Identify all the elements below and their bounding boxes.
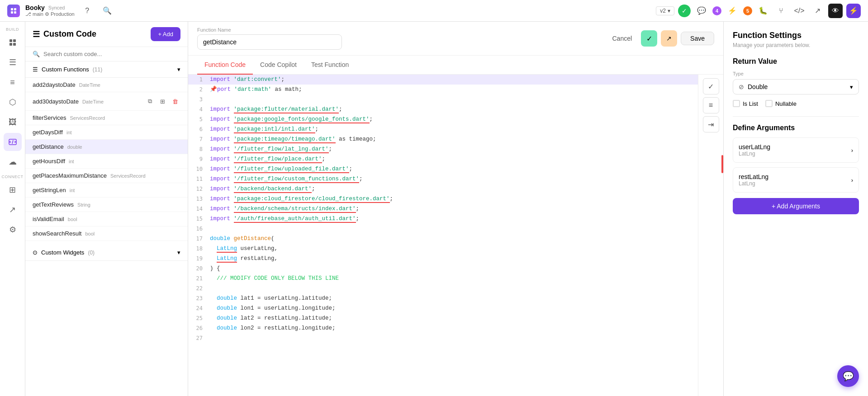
topbar-left: Booky Synced ⎇ main ⚙ Production ? 🔍 bbox=[7, 4, 114, 18]
list-item[interactable]: filterServicesServicesRecord bbox=[25, 111, 188, 125]
chevron-down-icon-widgets[interactable]: ▾ bbox=[177, 249, 180, 256]
code-line-5: 5 import 'package:google_fonts/google_fo… bbox=[188, 114, 698, 124]
list-item[interactable]: add2daystoDateDateTime bbox=[25, 78, 188, 92]
list-item[interactable]: getPlacesMaximumDistanceServicesRecord bbox=[25, 169, 188, 183]
list-item[interactable]: isValidEmailbool bbox=[25, 212, 188, 226]
nullable-checkbox[interactable]: Nullable bbox=[765, 100, 797, 107]
cancel-button[interactable]: Cancel bbox=[607, 32, 637, 45]
right-panel-subtitle: Manage your parameters below. bbox=[733, 42, 859, 48]
svg-rect-2 bbox=[11, 11, 13, 14]
code-editor[interactable]: 1 import 'dart:convert'; 2 📌port 'dart:m… bbox=[188, 75, 698, 396]
chat-icon[interactable]: 💬 bbox=[694, 4, 709, 18]
tab-function-code[interactable]: Function Code bbox=[197, 56, 253, 75]
duplicate-icon[interactable]: ⊞ bbox=[157, 96, 168, 107]
run-button[interactable]: ⚡ bbox=[846, 4, 861, 18]
code-sidebar: ✓ ≡ ⇥ bbox=[698, 75, 723, 396]
build-label: Build bbox=[6, 27, 19, 32]
svg-rect-4 bbox=[9, 39, 12, 42]
list-item[interactable]: getDaysDiffint bbox=[25, 125, 188, 140]
sidebar-icon-state[interactable]: ⬡ bbox=[4, 93, 22, 111]
functions-list: ☰ Custom Functions (11) ▾ add2daystoDate… bbox=[25, 61, 188, 396]
type-select[interactable]: ⊘ Double ▾ bbox=[733, 79, 859, 94]
nullable-checkbox-box[interactable] bbox=[765, 100, 773, 107]
sidebar-icon-api[interactable]: ☁ bbox=[4, 153, 22, 171]
argument-name-2: restLatLng bbox=[739, 173, 768, 180]
badge-count-orange: 5 bbox=[743, 6, 752, 15]
code-line-23: 23 double lat1 = userLatLng.latitude; bbox=[188, 293, 698, 303]
argument-item-1[interactable]: userLatLng LatLng › bbox=[733, 137, 859, 163]
badge-count-purple: 4 bbox=[712, 6, 721, 15]
code-area: 1 import 'dart:convert'; 2 📌port 'dart:m… bbox=[188, 75, 723, 396]
type-select-value: ⊘ Double bbox=[739, 83, 768, 90]
sidebar-icon-media[interactable]: 🖼 bbox=[4, 113, 22, 131]
is-list-checkbox-box[interactable] bbox=[733, 100, 740, 107]
list-item[interactable]: getHoursDiffint bbox=[25, 154, 188, 169]
argument-item-2[interactable]: restLatLng LatLng › bbox=[733, 167, 859, 193]
divider bbox=[733, 116, 859, 117]
add-button[interactable]: + Add bbox=[151, 27, 180, 41]
code-line-7: 7 import 'package:timeago/timeago.dart' … bbox=[188, 134, 698, 144]
sidebar-icon-settings[interactable]: ⚙ bbox=[4, 221, 22, 239]
search-icon[interactable]: 🔍 bbox=[100, 4, 114, 18]
svg-rect-3 bbox=[14, 11, 16, 14]
sidebar-icon-nav[interactable]: ≡ bbox=[4, 73, 22, 91]
sidebar-icon-connect-nav[interactable]: ↗ bbox=[4, 201, 22, 219]
code-line-14: 14 import '/backend/schema/structs/index… bbox=[188, 204, 698, 214]
check-tool-button[interactable]: ✓ bbox=[703, 78, 719, 94]
sidebar-icon-ui[interactable]: ☰ bbox=[4, 53, 22, 71]
checkmark-icon[interactable]: ✓ bbox=[678, 5, 691, 17]
chevron-down-icon[interactable]: ▾ bbox=[177, 66, 180, 73]
tab-test-function[interactable]: Test Function bbox=[304, 56, 356, 75]
svg-rect-7 bbox=[13, 43, 16, 46]
indent-tool-button[interactable]: ⇥ bbox=[703, 116, 719, 132]
lightning-icon[interactable]: ⚡ bbox=[725, 4, 740, 18]
scroll-indicator bbox=[721, 155, 723, 173]
code-line-25: 25 double lat2 = restLatLng.latitude; bbox=[188, 313, 698, 323]
external-link-button[interactable]: ↗ bbox=[661, 30, 677, 47]
section-title-functions: ☰ Custom Functions (11) bbox=[33, 66, 102, 73]
save-button[interactable]: Save bbox=[681, 32, 714, 45]
delete-icon[interactable]: 🗑 bbox=[170, 96, 180, 107]
function-name-input[interactable] bbox=[197, 34, 342, 50]
tabs: Function Code Code Copilot Test Function bbox=[188, 56, 723, 75]
help-icon[interactable]: ? bbox=[80, 4, 95, 18]
sidebar-icon-code[interactable] bbox=[4, 133, 22, 151]
code-line-17: 17 double getDistance( bbox=[188, 234, 698, 244]
bug-icon[interactable]: 🐛 bbox=[756, 4, 770, 18]
argument-type-2: LatLng bbox=[739, 180, 768, 187]
chat-bubble[interactable]: 💬 bbox=[837, 365, 859, 387]
argument-type-1: LatLng bbox=[739, 151, 770, 157]
tab-code-copilot[interactable]: Code Copilot bbox=[253, 56, 304, 75]
code-line-6: 6 import 'package:intl/intl.dart'; bbox=[188, 124, 698, 134]
version-selector[interactable]: v2 ▾ bbox=[656, 6, 674, 15]
add-arguments-button[interactable]: + Add Arguments bbox=[733, 198, 859, 214]
code-line-2: 2 📌port 'dart:math' as math; bbox=[188, 85, 698, 94]
list-item-active[interactable]: getDistancedouble bbox=[25, 140, 188, 154]
code-line-13: 13 import 'package:cloud_firestore/cloud… bbox=[188, 194, 698, 204]
list-item[interactable]: getStringLenint bbox=[25, 183, 188, 198]
branch-icon[interactable]: ⑂ bbox=[774, 4, 788, 18]
sidebar-icon-add[interactable] bbox=[4, 33, 22, 52]
list-item[interactable]: getTextReviewsString bbox=[25, 198, 188, 212]
app-info: Booky Synced ⎇ main ⚙ Production bbox=[25, 4, 75, 17]
list-item[interactable]: showSearchResultbool bbox=[25, 226, 188, 241]
code-line-4: 4 import 'package:flutter/material.dart'… bbox=[188, 104, 698, 114]
code-line-21: 21 /// MODIFY CODE ONLY BELOW THIS LINE bbox=[188, 273, 698, 283]
code-icon[interactable]: </> bbox=[792, 4, 806, 18]
search-input[interactable] bbox=[43, 51, 180, 57]
right-panel-title: Function Settings bbox=[733, 31, 859, 40]
list-item[interactable]: add30daystoDateDateTime ⧉ ⊞ 🗑 bbox=[25, 92, 188, 111]
format-tool-button[interactable]: ≡ bbox=[703, 97, 719, 113]
external-link-icon[interactable]: ↗ bbox=[810, 4, 825, 18]
is-list-checkbox[interactable]: Is List bbox=[733, 100, 758, 107]
sidebar-icon-connect-data[interactable]: ⊞ bbox=[4, 181, 22, 199]
notification-badge-orange: 5 bbox=[743, 6, 752, 15]
confirm-button[interactable]: ✓ bbox=[641, 30, 657, 47]
function-name-bar: Function Name Cancel ✓ ↗ Save bbox=[188, 22, 723, 56]
type-label: Type bbox=[733, 71, 859, 76]
function-name-label: Function Name bbox=[197, 27, 342, 33]
checkboxes: Is List Nullable bbox=[733, 100, 859, 107]
eye-button[interactable]: 👁 bbox=[828, 4, 843, 18]
copy-icon[interactable]: ⧉ bbox=[144, 96, 155, 107]
left-panel: ☰ Custom Code + Add 🔍 ☰ Custom Functions… bbox=[25, 22, 188, 396]
